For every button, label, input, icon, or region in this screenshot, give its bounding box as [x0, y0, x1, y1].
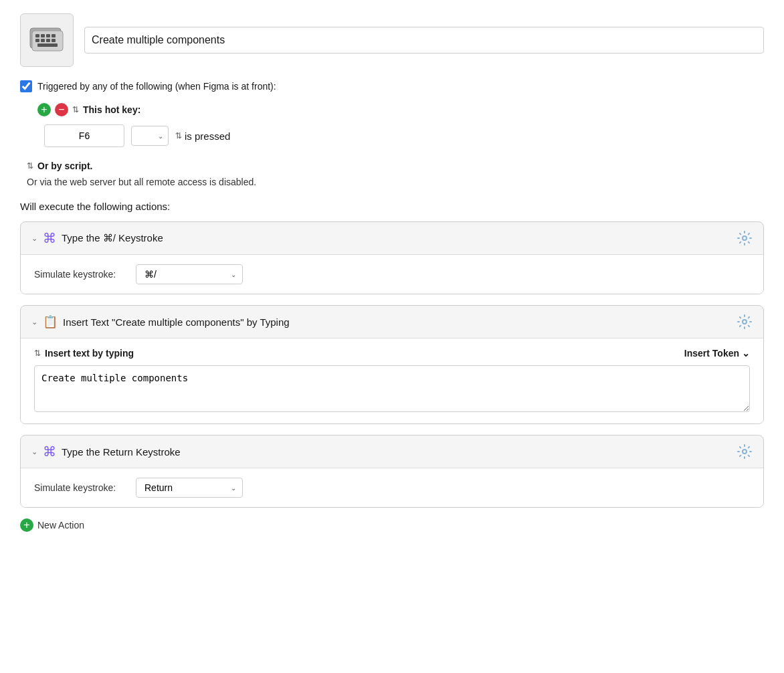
svg-rect-7 — [41, 39, 45, 42]
remove-hotkey-button[interactable]: − — [55, 103, 68, 116]
is-pressed-sort-icon: ⇅ — [175, 131, 182, 140]
new-action-label: New Action — [37, 520, 84, 531]
action-1-simulate-select-wrap[interactable]: ⌘/ ⌘C ⌘V Return ⌄ — [136, 264, 243, 284]
svg-rect-9 — [52, 39, 56, 42]
key-modifier-select[interactable]: ⌘ ⌥ ⌃ ⇧ — [131, 126, 169, 146]
action-1-collapse-button[interactable]: ⌄ — [31, 234, 37, 243]
action-3-title: Type the Return Keystroke — [62, 446, 181, 458]
action-3-simulate-select[interactable]: Return ⌘/ Tab Escape — [136, 478, 243, 498]
trigger-checkbox[interactable] — [20, 80, 32, 92]
action-1-cmd-icon: ⌘ — [43, 230, 56, 246]
trigger-label: Triggered by any of the following (when … — [37, 81, 276, 92]
svg-point-12 — [743, 320, 747, 324]
action-3-cmd-icon: ⌘ — [43, 444, 56, 460]
action-2-clipboard-icon: 📋 — [43, 314, 58, 329]
action-block-1: ⌄ ⌘ Type the ⌘/ Keystroke Simulate keyst… — [20, 221, 764, 294]
hotkey-title-row: + − ⇅ This hot key: — [37, 103, 764, 116]
svg-rect-4 — [46, 34, 50, 37]
action-2-insert-token-arrow: ⌄ — [742, 348, 750, 359]
action-1-header: ⌄ ⌘ Type the ⌘/ Keystroke — [21, 222, 763, 254]
action-3-gear-icon[interactable] — [737, 444, 753, 460]
svg-rect-5 — [52, 34, 56, 37]
add-hotkey-button[interactable]: + — [37, 103, 51, 116]
action-3-simulate-label: Simulate keystroke: — [34, 482, 128, 493]
key-dropdown[interactable]: ⌘ ⌥ ⌃ ⇧ ⌄ — [131, 126, 169, 146]
action-1-gear-icon[interactable] — [737, 230, 753, 246]
svg-point-11 — [743, 236, 747, 240]
action-2-insert-header-row: ⇅ Insert text by typing Insert Token ⌄ — [34, 348, 750, 359]
header — [20, 13, 764, 67]
is-pressed-label: is pressed — [185, 130, 230, 142]
action-2-header: ⌄ 📋 Insert Text "Create multiple compone… — [21, 306, 763, 338]
action-3-body: Simulate keystroke: Return ⌘/ Tab Escape… — [21, 468, 763, 507]
hotkey-section: + − ⇅ This hot key: ⌘ ⌥ ⌃ ⇧ ⌄ ⇅ is press… — [37, 103, 764, 147]
action-2-insert-by-typing: Insert text by typing — [45, 348, 134, 359]
action-2-gear-icon[interactable] — [737, 314, 753, 330]
svg-rect-10 — [37, 43, 58, 47]
svg-rect-2 — [35, 34, 39, 37]
action-2-sort-icon: ⇅ — [34, 349, 41, 358]
action-3-header-left: ⌄ ⌘ Type the Return Keystroke — [31, 444, 731, 460]
macro-title-input[interactable] — [84, 27, 764, 54]
or-by-script-row: ⇅ Or by script. — [27, 161, 764, 171]
action-2-insert-token-button[interactable]: Insert Token ⌄ — [684, 348, 750, 359]
new-action-add-button[interactable]: + — [20, 518, 33, 532]
svg-rect-3 — [41, 34, 45, 37]
action-2-insert-left: ⇅ Insert text by typing — [34, 348, 134, 359]
trigger-row: Triggered by any of the following (when … — [20, 80, 764, 92]
hotkey-row: ⌘ ⌥ ⌃ ⇧ ⌄ ⇅ is pressed — [44, 124, 764, 147]
hotkey-title: This hot key: — [83, 104, 140, 115]
svg-rect-8 — [46, 39, 50, 42]
sort-icon: ⇅ — [72, 105, 79, 114]
key-input[interactable] — [44, 124, 124, 147]
or-by-script-label: Or by script. — [37, 161, 92, 171]
action-1-simulate-label: Simulate keystroke: — [34, 269, 128, 280]
action-2-insert-token-label: Insert Token — [684, 348, 739, 359]
new-action-row[interactable]: + New Action — [20, 518, 764, 532]
action-2-title: Insert Text "Create multiple components"… — [63, 316, 290, 328]
action-3-simulate-row: Simulate keystroke: Return ⌘/ Tab Escape… — [34, 478, 750, 498]
action-3-collapse-button[interactable]: ⌄ — [31, 448, 37, 456]
action-1-body: Simulate keystroke: ⌘/ ⌘C ⌘V Return ⌄ — [21, 254, 763, 294]
svg-rect-6 — [35, 39, 39, 42]
script-sort-icon: ⇅ — [27, 161, 33, 171]
action-1-simulate-row: Simulate keystroke: ⌘/ ⌘C ⌘V Return ⌄ — [34, 264, 750, 284]
will-execute-label: Will execute the following actions: — [20, 201, 764, 212]
action-1-title: Type the ⌘/ Keystroke — [62, 232, 163, 244]
is-pressed-container: ⇅ is pressed — [175, 130, 230, 142]
web-server-text: Or via the web server but all remote acc… — [27, 177, 764, 187]
app-icon-svg — [27, 20, 67, 60]
action-3-header: ⌄ ⌘ Type the Return Keystroke — [21, 436, 763, 468]
action-2-collapse-button[interactable]: ⌄ — [31, 318, 37, 326]
svg-point-13 — [743, 450, 747, 454]
action-2-body: ⇅ Insert text by typing Insert Token ⌄ C… — [21, 338, 763, 423]
action-3-simulate-select-wrap[interactable]: Return ⌘/ Tab Escape ⌄ — [136, 478, 243, 498]
app-icon — [20, 13, 74, 67]
action-block-3: ⌄ ⌘ Type the Return Keystroke Simulate k… — [20, 435, 764, 508]
action-block-2: ⌄ 📋 Insert Text "Create multiple compone… — [20, 305, 764, 424]
action-2-text-area[interactable]: Create multiple components — [34, 365, 750, 412]
action-1-header-left: ⌄ ⌘ Type the ⌘/ Keystroke — [31, 230, 731, 246]
action-1-simulate-select[interactable]: ⌘/ ⌘C ⌘V Return — [136, 264, 243, 284]
action-2-header-left: ⌄ 📋 Insert Text "Create multiple compone… — [31, 314, 731, 329]
